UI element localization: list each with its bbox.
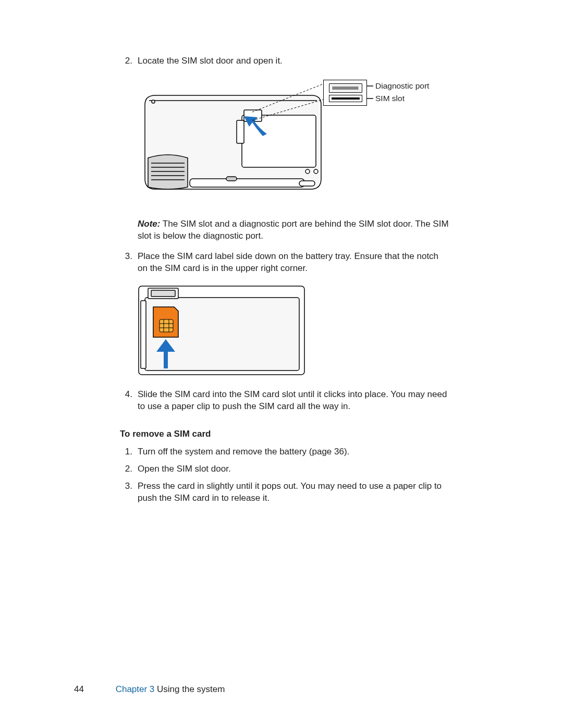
step-2: 2. Locate the SIM slot door and open it. (120, 55, 449, 67)
chapter-label: Chapter 3 (116, 684, 155, 694)
step-text: Press the card in slightly until it pops… (138, 480, 449, 504)
step-number: 4. (120, 389, 138, 413)
note-label: Note: (138, 219, 160, 229)
diagram-tablet-back (138, 80, 324, 198)
step-number: 2. (120, 55, 138, 67)
step-text: Open the SIM slot door. (138, 463, 449, 475)
svg-point-7 (314, 169, 318, 174)
document-page: 2. Locate the SIM slot door and open it. (0, 0, 563, 728)
diagnostic-port-icon (329, 83, 362, 93)
svg-rect-4 (226, 177, 237, 181)
svg-rect-3 (190, 179, 304, 187)
step-4: 4. Slide the SIM card into the SIM card … (120, 389, 449, 413)
step-number: 3. (120, 251, 138, 275)
step-text: Slide the SIM card into the SIM card slo… (138, 389, 449, 413)
chapter-title: Using the system (154, 684, 225, 694)
label-sim-slot: SIM slot (375, 93, 405, 104)
page-number: 44 (74, 684, 84, 694)
figure-sim-insert (120, 285, 449, 379)
heading-remove-sim: To remove a SIM card (120, 428, 449, 440)
note-block: Note: The SIM slot and a diagnostic port… (120, 218, 449, 242)
remove-step-1: 1. Turn off the system and remove the ba… (120, 446, 449, 458)
step-text: Turn off the system and remove the batte… (138, 446, 449, 458)
note-text: The SIM slot and a diagnostic port are b… (138, 219, 449, 241)
svg-rect-8 (299, 181, 315, 186)
label-diagnostic-port: Diagnostic port (375, 81, 429, 92)
step-text: Place the SIM card label side down on th… (138, 251, 449, 275)
step-text: Locate the SIM slot door and open it. (138, 55, 449, 67)
step-3: 3. Place the SIM card label side down on… (120, 251, 449, 275)
diagram-sim-insert (138, 285, 305, 376)
remove-step-3: 3. Press the card in slightly until it p… (120, 480, 449, 504)
remove-step-2: 2. Open the SIM slot door. (120, 463, 449, 475)
svg-point-6 (305, 169, 310, 174)
page-content: 2. Locate the SIM slot door and open it. (120, 55, 449, 510)
sim-slot-icon (329, 95, 362, 102)
svg-point-5 (152, 100, 155, 103)
svg-rect-18 (151, 290, 175, 297)
svg-rect-19 (141, 301, 146, 368)
svg-rect-2 (237, 120, 244, 143)
step-number: 2. (120, 463, 138, 475)
figure-sim-slot-location: Diagnostic port SIM slot (120, 80, 449, 211)
step-number: 3. (120, 480, 138, 504)
callout-magnified-ports (323, 80, 367, 106)
svg-rect-20 (160, 319, 173, 332)
step-number: 1. (120, 446, 138, 458)
page-footer: 44 Chapter 3 Using the system (74, 684, 225, 696)
